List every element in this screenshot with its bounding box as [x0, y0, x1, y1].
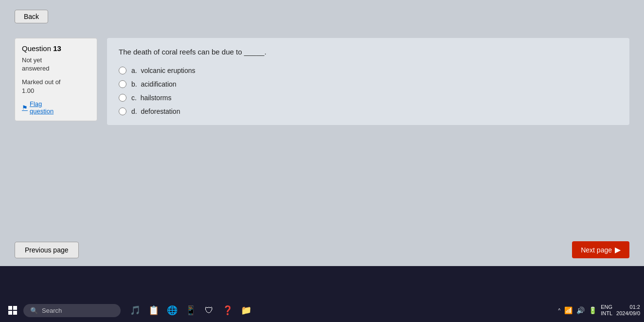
- back-button[interactable]: Back: [15, 10, 48, 23]
- flag-icon: ⚑: [22, 104, 28, 111]
- next-arrow-icon: ▶: [615, 245, 621, 254]
- option-d[interactable]: d. deforestation: [119, 107, 618, 115]
- taskbar-icon-1[interactable]: 🎵: [126, 302, 144, 319]
- marked-out-label: Marked out of 1.00: [22, 78, 90, 95]
- question-number: Question 13: [22, 44, 90, 53]
- next-page-label: Next page: [581, 246, 612, 254]
- tray-volume-icon: 🔊: [576, 306, 585, 314]
- taskbar-icon-2[interactable]: 📋: [145, 302, 162, 319]
- language-display[interactable]: ENG INTL: [601, 304, 612, 317]
- windows-icon: [8, 306, 17, 315]
- windows-start-button[interactable]: [4, 302, 21, 319]
- question-layout: Question 13 Not yet answered Marked out …: [15, 38, 629, 125]
- option-c[interactable]: c. hailstorms: [119, 94, 618, 102]
- answer-options: a. volcanic eruptions b. acidification c…: [119, 67, 618, 115]
- option-b[interactable]: b. acidification: [119, 80, 618, 88]
- question-text: The death of coral reefs can be due to _…: [119, 48, 618, 56]
- option-d-label: d. deforestation: [131, 107, 180, 115]
- question-content-panel: The death of coral reefs can be due to _…: [107, 38, 629, 125]
- radio-b[interactable]: [119, 80, 126, 88]
- search-icon: 🔍: [30, 307, 38, 314]
- taskbar-search[interactable]: 🔍 Search: [23, 304, 121, 317]
- taskbar-icon-7[interactable]: 📁: [237, 302, 255, 319]
- tray-wifi-icon: 📶: [564, 306, 572, 314]
- option-a-label: a. volcanic eruptions: [131, 67, 196, 74]
- taskbar-icon-6[interactable]: ❓: [219, 302, 236, 319]
- radio-d[interactable]: [119, 107, 126, 115]
- taskbar: 🔍 Search 🎵 📋 🌐 📱 🛡 ❓ 📁 ^ 📶 🔊 🔋 ENG INTL …: [0, 299, 644, 322]
- time-display: 01:2 2024/09/0: [616, 304, 640, 317]
- taskbar-icons: 🎵 📋 🌐 📱 🛡 ❓ 📁: [126, 302, 255, 319]
- previous-page-button[interactable]: Previous page: [15, 242, 79, 258]
- flag-label: Flag question: [30, 100, 54, 115]
- system-tray: ^ 📶 🔊 🔋 ENG INTL 01:2 2024/09/0: [558, 304, 640, 317]
- tray-chevron[interactable]: ^: [558, 308, 561, 313]
- question-info-panel: Question 13 Not yet answered Marked out …: [15, 38, 97, 121]
- taskbar-icon-3[interactable]: 🌐: [163, 302, 181, 319]
- option-c-label: c. hailstorms: [131, 94, 171, 102]
- taskbar-icon-5[interactable]: 🛡: [200, 302, 218, 319]
- option-a[interactable]: a. volcanic eruptions: [119, 67, 618, 74]
- taskbar-icon-4[interactable]: 📱: [182, 302, 199, 319]
- radio-a[interactable]: [119, 67, 126, 74]
- question-status: Not yet answered: [22, 56, 90, 73]
- tray-battery-icon: 🔋: [589, 306, 597, 314]
- main-content: Back Question 13 Not yet answered Marked…: [0, 0, 644, 233]
- search-placeholder: Search: [42, 307, 62, 314]
- next-page-button[interactable]: Next page ▶: [572, 241, 629, 258]
- radio-c[interactable]: [119, 94, 126, 102]
- option-b-label: b. acidification: [131, 80, 177, 88]
- flag-question-link[interactable]: ⚑ Flag question: [22, 100, 90, 115]
- navigation-bar: Previous page Next page ▶: [0, 233, 644, 266]
